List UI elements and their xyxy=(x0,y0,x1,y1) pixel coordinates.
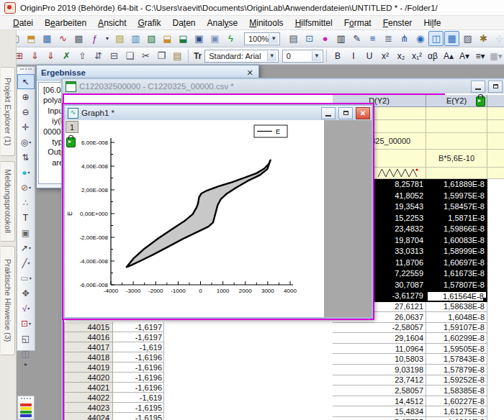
border-button[interactable]: ▦▾ xyxy=(488,49,504,63)
rotate-3d-tool[interactable]: ◫ xyxy=(17,346,35,361)
save-project-icon[interactable]: ▣ xyxy=(192,31,207,46)
new-notes-icon[interactable]: ▤ xyxy=(112,31,127,46)
cell-d[interactable]: 14,4512 xyxy=(333,396,426,407)
add-app-icon[interactable]: ⊹ xyxy=(492,31,504,46)
cell-value[interactable]: -1,6195 xyxy=(113,403,164,413)
object-manager-icon[interactable]: ⋔ xyxy=(397,31,412,46)
slideshow-icon[interactable]: ⊡ xyxy=(302,31,317,46)
cell-e[interactable]: 1,59252E-8 xyxy=(426,375,487,386)
cell-value[interactable]: -1,6196 xyxy=(113,383,164,393)
underline-button[interactable]: U xyxy=(361,49,377,63)
cell-e[interactable]: 1,6001E-8 xyxy=(426,417,487,420)
graph-client-area[interactable]: -4000-3000-2000-1000010002000300040006,0… xyxy=(65,120,372,317)
mask-range-tool[interactable]: ●▾ xyxy=(17,165,35,180)
cell-e[interactable]: 1,60227E-8 xyxy=(426,396,487,407)
zoom-out-tool[interactable]: ⊖ xyxy=(17,104,35,119)
row-header[interactable]: 44017 xyxy=(64,342,113,352)
menu-datei[interactable]: Datei xyxy=(7,17,39,29)
draw-data-tool[interactable]: ∴ xyxy=(17,195,35,210)
equation-tool[interactable]: √▾ xyxy=(17,301,35,316)
import-ascii-icon[interactable]: ⇓ xyxy=(27,48,42,63)
cell-e[interactable]: 1,61564E-8 xyxy=(426,291,487,302)
cell-e[interactable]: 1,61275E-8 xyxy=(426,406,487,417)
cell-value[interactable]: -1,6197 xyxy=(113,332,164,342)
open-icon[interactable]: ⬒ xyxy=(24,31,39,46)
save-template-icon[interactable]: ▣ xyxy=(207,31,222,46)
rescale-tool[interactable]: ◱ xyxy=(17,331,35,346)
import-ascii-multi-icon[interactable]: ⇓ xyxy=(43,48,58,63)
cell-e[interactable]: 1,57879E-8 xyxy=(426,365,487,375)
toolbar-drag-handle[interactable] xyxy=(20,68,32,73)
color-stripe[interactable] xyxy=(20,407,32,410)
menu-format[interactable]: Format xyxy=(338,17,377,29)
menu-grafik[interactable]: Grafik xyxy=(132,17,166,29)
increase-font-button[interactable]: A▴ xyxy=(441,49,456,63)
tab-projekt-explorer[interactable]: Projekt Explorer (1) xyxy=(1,67,15,156)
data-selector-tool[interactable]: ⇅ xyxy=(17,150,35,165)
open-project-icon[interactable]: ⬓ xyxy=(160,31,175,46)
cell-e[interactable]: 1,5871E-8 xyxy=(426,213,487,224)
format-menu-icon[interactable]: ≡ xyxy=(365,31,380,46)
align-button[interactable]: ≡▾ xyxy=(472,49,488,63)
cell-value[interactable]: -1,6196 xyxy=(113,352,164,362)
maximize-button[interactable] xyxy=(488,81,503,93)
cell-e[interactable]: 1,60299E-8 xyxy=(426,333,487,344)
tab-praktische-hinweise[interactable]: Praktische Hinweise (3) xyxy=(1,246,15,355)
reimport-icon[interactable]: ⇧ xyxy=(75,48,90,63)
menu-analyse[interactable]: Analyse xyxy=(202,17,244,29)
copy-icon[interactable]: ❐ xyxy=(154,48,169,63)
column-e-formula[interactable]: B*5,6E-10 xyxy=(426,150,487,168)
cell-value[interactable]: -1,6196 xyxy=(113,362,164,373)
open-excel-icon[interactable]: ⬓ xyxy=(176,31,191,46)
new-graph-icon[interactable]: ∿ xyxy=(55,31,71,46)
cell-d[interactable]: 29,1604 xyxy=(333,333,426,344)
minimize-button[interactable] xyxy=(471,81,485,93)
chevron-down-icon[interactable]: ▼ xyxy=(312,51,321,61)
cell-d[interactable]: 5,67725 xyxy=(333,417,426,420)
duplicate-book-icon[interactable]: ❏ xyxy=(122,48,138,63)
color-stripe[interactable] xyxy=(20,411,32,414)
cell-e[interactable]: 1,61673E-8 xyxy=(426,268,487,280)
new-worksheet-icon[interactable]: ▦ xyxy=(40,31,55,46)
data-reader-tool[interactable]: ◎▾ xyxy=(17,134,35,150)
toolbar-overflow-button[interactable]: ▸ xyxy=(17,361,35,368)
superscript-button[interactable]: x² xyxy=(377,49,393,63)
row-header[interactable]: 44022 xyxy=(64,393,113,403)
new-function-caret-icon[interactable]: ▾ xyxy=(103,31,112,46)
subscript-button[interactable]: x₂ xyxy=(393,49,409,63)
subsuperscript-button[interactable]: x₁² xyxy=(409,49,425,63)
cell-e[interactable]: 1,57807E-8 xyxy=(426,280,487,291)
cell-e[interactable]: 1,59866E-8 xyxy=(426,224,487,235)
cell-e[interactable]: 1,58999E-8 xyxy=(426,246,487,257)
menu-ansicht[interactable]: Ansicht xyxy=(92,17,132,29)
apps-gear-icon[interactable]: ✱ xyxy=(476,31,491,46)
cell-value[interactable]: -1,619 xyxy=(113,342,164,352)
project-explorer-icon[interactable]: ◉ xyxy=(413,31,428,46)
menu-hilfe[interactable]: Hilfe xyxy=(418,17,446,29)
column-f-header[interactable] xyxy=(487,95,504,107)
font-size-combo[interactable]: 0 ▼ xyxy=(282,50,323,63)
line-tool[interactable]: ╱▾ xyxy=(17,255,35,270)
menu-minitools[interactable]: Minitools xyxy=(243,17,289,29)
bold-button[interactable]: B xyxy=(330,49,346,63)
color-manager-icon[interactable]: ● xyxy=(318,31,333,46)
sort-icon[interactable]: ⇵ xyxy=(91,48,106,63)
new-matrix-icon[interactable]: ▩ xyxy=(71,31,86,46)
import-excel-icon[interactable]: ✗ xyxy=(59,48,74,63)
cell-e[interactable]: 1,58385E-8 xyxy=(426,385,487,396)
zoom-combo[interactable]: 100% ▼ xyxy=(244,32,280,45)
font-name-combo[interactable]: Standard: Arial ▼ xyxy=(204,50,279,63)
paste-icon[interactable]: ▤ xyxy=(170,48,185,63)
layer-manager-icon[interactable]: ≣ xyxy=(381,31,396,46)
row-header[interactable]: 44016 xyxy=(64,332,113,342)
cell-d[interactable]: 11,0964 xyxy=(333,344,426,355)
layer-tab[interactable]: 1 xyxy=(66,121,78,133)
edit-mode-icon[interactable]: ✎ xyxy=(349,31,364,46)
maximize-button[interactable] xyxy=(338,107,353,119)
cell-value[interactable]: -1,6196 xyxy=(113,373,164,383)
cell-value[interactable]: -1,6195 xyxy=(113,413,164,420)
rectangle-object-tool[interactable]: ▣ xyxy=(17,225,35,240)
cell-e[interactable]: 1,60697E-8 xyxy=(426,257,487,269)
video-builder-icon[interactable]: ▥ xyxy=(333,31,348,46)
color-palette-toolbar[interactable] xyxy=(17,396,35,420)
